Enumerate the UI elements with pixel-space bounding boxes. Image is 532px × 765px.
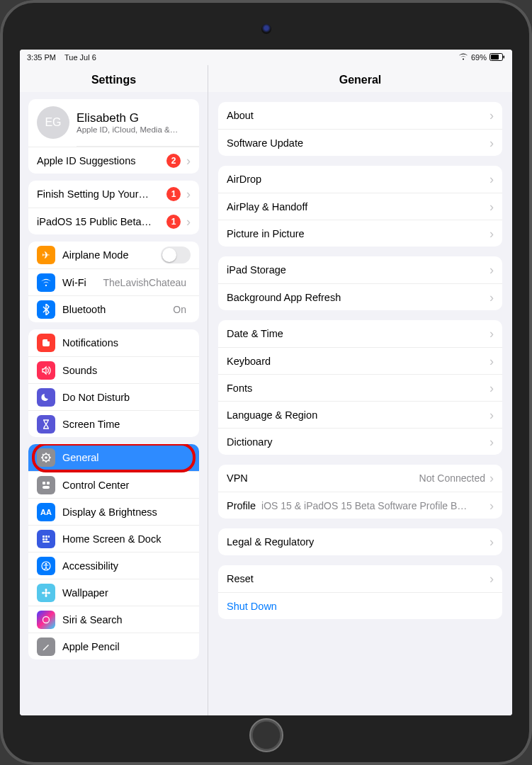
- general-row[interactable]: General: [28, 444, 199, 471]
- control-center-row[interactable]: Control Center: [28, 471, 199, 498]
- siri-row[interactable]: Siri & Search: [28, 606, 199, 633]
- language-row[interactable]: Language & Region ›: [218, 401, 502, 428]
- display-row[interactable]: AA Display & Brightness: [28, 498, 199, 525]
- detail-title: General: [208, 65, 512, 92]
- storage-row[interactable]: iPad Storage ›: [218, 256, 502, 283]
- about-group: About › Software Update ›: [218, 102, 502, 156]
- bg-refresh-row[interactable]: Background App Refresh ›: [218, 283, 502, 310]
- airplane-switch[interactable]: [161, 246, 191, 264]
- datetime-row[interactable]: Date & Time ›: [218, 320, 502, 347]
- about-row[interactable]: About ›: [218, 102, 502, 129]
- svg-point-27: [45, 589, 47, 591]
- svg-rect-22: [45, 538, 47, 540]
- label: Apple Pencil: [62, 641, 191, 652]
- pencil-icon: [37, 638, 55, 656]
- reset-row[interactable]: Reset ›: [218, 565, 502, 592]
- beta-update-row[interactable]: iPadOS 15 Public Beta… 1 ›: [28, 208, 199, 234]
- connectivity-group: ✈ Airplane Mode Wi-Fi TheLavishChateau: [28, 242, 199, 322]
- settings-sidebar[interactable]: Settings EG Elisabeth G Apple ID, iCloud…: [20, 65, 208, 715]
- wifi-icon: [37, 273, 55, 292]
- svg-rect-18: [43, 536, 45, 538]
- chevron-icon: ›: [186, 215, 191, 228]
- shutdown-row[interactable]: Shut Down: [218, 592, 502, 619]
- apple-id-suggestions[interactable]: Apple ID Suggestions 2 ›: [28, 147, 199, 174]
- battery-icon: [489, 53, 505, 62]
- chevron-icon: ›: [489, 472, 494, 484]
- pip-row[interactable]: Picture in Picture ›: [218, 220, 502, 246]
- svg-point-29: [42, 591, 45, 594]
- bluetooth-row[interactable]: Bluetooth On: [28, 295, 199, 322]
- chevron-icon: ›: [186, 188, 191, 200]
- badge: 2: [166, 154, 181, 168]
- vpn-row[interactable]: VPN Not Connected ›: [218, 465, 502, 492]
- label: Shut Down: [227, 601, 494, 612]
- badge: 1: [166, 215, 181, 229]
- siri-icon: [37, 611, 55, 629]
- general-detail-panel[interactable]: General About › Software Update › AirDro…: [208, 65, 512, 715]
- notifications-group: Notifications Sounds Do Not Disturb: [28, 329, 199, 437]
- dnd-row[interactable]: Do Not Disturb: [28, 383, 199, 410]
- wallpaper-row[interactable]: Wallpaper: [28, 579, 199, 606]
- apple-id-row[interactable]: EG Elisabeth G Apple ID, iCloud, Media &…: [28, 99, 199, 146]
- fonts-row[interactable]: Fonts ›: [218, 374, 502, 401]
- chevron-icon: ›: [489, 291, 494, 304]
- text-size-icon: AA: [37, 503, 55, 521]
- airplane-mode-row[interactable]: ✈ Airplane Mode: [28, 242, 199, 268]
- airdrop-row[interactable]: AirDrop ›: [218, 166, 502, 193]
- svg-point-30: [47, 591, 50, 594]
- notifications-row[interactable]: Notifications: [28, 329, 199, 356]
- profile-row[interactable]: Profile iOS 15 & iPadOS 15 Beta Software…: [218, 492, 502, 518]
- ipad-device-frame: 3:35 PM Tue Jul 6 69% Settings: [0, 0, 532, 765]
- chevron-icon: ›: [489, 536, 494, 548]
- legal-group: Legal & Regulatory ›: [218, 528, 502, 555]
- wifi-icon: [458, 53, 468, 62]
- status-right: 69%: [458, 53, 505, 62]
- profile-subtitle: Apple ID, iCloud, Media &…: [77, 125, 178, 134]
- airplay-row[interactable]: AirPlay & Handoff ›: [218, 193, 502, 220]
- label: Apple ID Suggestions: [37, 155, 166, 166]
- svg-line-13: [43, 460, 44, 462]
- label: Fonts: [227, 382, 489, 394]
- dictionary-row[interactable]: Dictionary ›: [218, 428, 502, 455]
- hourglass-icon: [37, 415, 55, 434]
- label: Bluetooth: [62, 304, 173, 315]
- chevron-icon: ›: [489, 409, 494, 421]
- label: iPad Storage: [227, 264, 489, 276]
- battery-percent: 69%: [471, 53, 487, 62]
- homescreen-row[interactable]: Home Screen & Dock: [28, 525, 199, 552]
- svg-line-14: [49, 454, 50, 455]
- avatar: EG: [37, 106, 69, 139]
- label: Keyboard: [227, 356, 489, 367]
- status-time: 3:35 PM: [27, 53, 56, 62]
- svg-point-4: [47, 339, 51, 342]
- accessibility-row[interactable]: Accessibility: [28, 552, 199, 579]
- screentime-row[interactable]: Screen Time: [28, 410, 199, 437]
- wifi-row[interactable]: Wi-Fi TheLavishChateau: [28, 268, 199, 295]
- profile-group: EG Elisabeth G Apple ID, iCloud, Media &…: [28, 99, 199, 174]
- label: Do Not Disturb: [62, 392, 191, 403]
- legal-row[interactable]: Legal & Regulatory ›: [218, 528, 502, 555]
- finish-setup-row[interactable]: Finish Setting Up Your… 1 ›: [28, 181, 199, 208]
- home-button[interactable]: [249, 718, 283, 752]
- pencil-row[interactable]: Apple Pencil: [28, 633, 199, 659]
- wifi-value: TheLavishChateau: [103, 277, 186, 288]
- software-update-row[interactable]: Software Update ›: [218, 129, 502, 156]
- profile-value: iOS 15 & iPadOS 15 Beta Software Profile…: [261, 500, 485, 511]
- chevron-icon: ›: [489, 436, 494, 448]
- grid-icon: [37, 530, 55, 548]
- label: Screen Time: [62, 419, 191, 430]
- svg-rect-16: [47, 482, 50, 484]
- label: Airplane Mode: [62, 249, 161, 261]
- bluetooth-icon: [37, 300, 55, 319]
- flower-icon: [37, 584, 55, 602]
- keyboard-row[interactable]: Keyboard ›: [218, 347, 502, 374]
- label: Profile: [227, 500, 256, 511]
- chevron-icon: ›: [489, 572, 494, 585]
- vpn-group: VPN Not Connected › Profile iOS 15 & iPa…: [218, 465, 502, 518]
- svg-line-12: [49, 460, 50, 462]
- gear-icon: [37, 448, 55, 467]
- label: Software Update: [227, 137, 489, 149]
- sounds-row[interactable]: Sounds: [28, 356, 199, 383]
- label: Sounds: [62, 365, 191, 376]
- chevron-icon: ›: [489, 200, 494, 213]
